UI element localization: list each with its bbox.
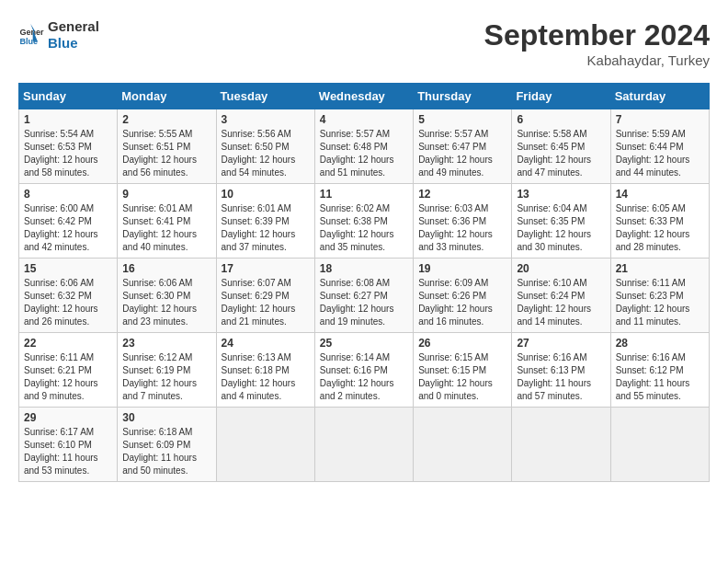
day-number: 4 <box>320 113 408 126</box>
day-info: Sunrise: 6:16 AM Sunset: 6:12 PM Dayligh… <box>616 351 704 403</box>
day-number: 14 <box>616 188 704 201</box>
calendar-cell: 5Sunrise: 5:57 AM Sunset: 6:47 PM Daylig… <box>414 109 512 184</box>
day-number: 21 <box>616 262 704 275</box>
logo: General Blue General Blue <box>18 18 99 52</box>
day-number: 8 <box>24 188 112 201</box>
day-number: 17 <box>222 262 310 275</box>
weekday-header: Tuesday <box>216 84 314 109</box>
calendar-cell: 12Sunrise: 6:03 AM Sunset: 6:36 PM Dayli… <box>414 184 512 259</box>
calendar-cell <box>512 408 610 482</box>
logo-blue: Blue <box>48 35 99 52</box>
day-number: 25 <box>320 337 408 350</box>
title-block: September 2024 Kabahaydar, Turkey <box>484 18 710 68</box>
calendar-cell: 18Sunrise: 6:08 AM Sunset: 6:27 PM Dayli… <box>314 259 413 333</box>
day-number: 23 <box>122 337 210 350</box>
calendar-cell: 28Sunrise: 6:16 AM Sunset: 6:12 PM Dayli… <box>610 333 709 408</box>
day-number: 26 <box>418 337 506 350</box>
day-number: 16 <box>122 262 210 275</box>
day-info: Sunrise: 6:09 AM Sunset: 6:26 PM Dayligh… <box>418 277 506 328</box>
day-info: Sunrise: 5:57 AM Sunset: 6:47 PM Dayligh… <box>418 128 506 179</box>
calendar-cell: 17Sunrise: 6:07 AM Sunset: 6:29 PM Dayli… <box>216 259 314 333</box>
calendar-cell: 8Sunrise: 6:00 AM Sunset: 6:42 PM Daylig… <box>19 184 118 259</box>
day-number: 19 <box>418 262 506 275</box>
weekday-header: Saturday <box>610 84 709 109</box>
calendar-cell: 24Sunrise: 6:13 AM Sunset: 6:18 PM Dayli… <box>216 333 314 408</box>
day-number: 15 <box>24 262 112 275</box>
calendar-cell: 14Sunrise: 6:05 AM Sunset: 6:33 PM Dayli… <box>610 184 709 259</box>
day-info: Sunrise: 5:59 AM Sunset: 6:44 PM Dayligh… <box>616 128 704 179</box>
calendar-cell: 13Sunrise: 6:04 AM Sunset: 6:35 PM Dayli… <box>512 184 610 259</box>
day-info: Sunrise: 6:03 AM Sunset: 6:36 PM Dayligh… <box>418 202 506 254</box>
day-info: Sunrise: 6:04 AM Sunset: 6:35 PM Dayligh… <box>517 202 605 254</box>
day-number: 3 <box>222 113 310 126</box>
calendar-cell: 26Sunrise: 6:15 AM Sunset: 6:15 PM Dayli… <box>414 333 512 408</box>
day-number: 13 <box>517 188 605 201</box>
day-info: Sunrise: 6:05 AM Sunset: 6:33 PM Dayligh… <box>616 202 704 254</box>
calendar-cell: 30Sunrise: 6:18 AM Sunset: 6:09 PM Dayli… <box>118 408 216 482</box>
day-info: Sunrise: 6:06 AM Sunset: 6:30 PM Dayligh… <box>122 277 210 328</box>
day-info: Sunrise: 6:12 AM Sunset: 6:19 PM Dayligh… <box>122 351 210 403</box>
day-number: 12 <box>418 188 506 201</box>
calendar-cell: 15Sunrise: 6:06 AM Sunset: 6:32 PM Dayli… <box>19 259 118 333</box>
month-title: September 2024 <box>484 18 710 52</box>
calendar-cell: 1Sunrise: 5:54 AM Sunset: 6:53 PM Daylig… <box>19 109 118 184</box>
calendar-cell <box>314 408 413 482</box>
day-info: Sunrise: 6:02 AM Sunset: 6:38 PM Dayligh… <box>320 202 408 254</box>
calendar-cell: 7Sunrise: 5:59 AM Sunset: 6:44 PM Daylig… <box>610 109 709 184</box>
day-info: Sunrise: 6:10 AM Sunset: 6:24 PM Dayligh… <box>517 277 605 328</box>
calendar-cell <box>216 408 314 482</box>
calendar-cell: 16Sunrise: 6:06 AM Sunset: 6:30 PM Dayli… <box>118 259 216 333</box>
weekday-header: Sunday <box>19 84 118 109</box>
day-info: Sunrise: 5:55 AM Sunset: 6:51 PM Dayligh… <box>122 128 210 179</box>
calendar-cell: 21Sunrise: 6:11 AM Sunset: 6:23 PM Dayli… <box>610 259 709 333</box>
day-info: Sunrise: 5:58 AM Sunset: 6:45 PM Dayligh… <box>517 128 605 179</box>
day-info: Sunrise: 5:56 AM Sunset: 6:50 PM Dayligh… <box>222 128 310 179</box>
logo-icon: General Blue <box>18 22 44 48</box>
day-info: Sunrise: 6:11 AM Sunset: 6:23 PM Dayligh… <box>616 277 704 328</box>
day-number: 27 <box>517 337 605 350</box>
day-info: Sunrise: 6:01 AM Sunset: 6:41 PM Dayligh… <box>122 202 210 254</box>
day-info: Sunrise: 6:07 AM Sunset: 6:29 PM Dayligh… <box>222 277 310 328</box>
day-info: Sunrise: 6:14 AM Sunset: 6:16 PM Dayligh… <box>320 351 408 403</box>
day-info: Sunrise: 6:15 AM Sunset: 6:15 PM Dayligh… <box>418 351 506 403</box>
day-number: 11 <box>320 188 408 201</box>
calendar-cell: 11Sunrise: 6:02 AM Sunset: 6:38 PM Dayli… <box>314 184 413 259</box>
day-info: Sunrise: 6:18 AM Sunset: 6:09 PM Dayligh… <box>122 426 210 477</box>
weekday-header: Monday <box>118 84 216 109</box>
day-number: 18 <box>320 262 408 275</box>
calendar-table: SundayMondayTuesdayWednesdayThursdayFrid… <box>18 83 710 482</box>
day-number: 7 <box>616 113 704 126</box>
day-info: Sunrise: 6:01 AM Sunset: 6:39 PM Dayligh… <box>222 202 310 254</box>
calendar-cell: 9Sunrise: 6:01 AM Sunset: 6:41 PM Daylig… <box>118 184 216 259</box>
calendar-cell <box>610 408 709 482</box>
day-info: Sunrise: 5:57 AM Sunset: 6:48 PM Dayligh… <box>320 128 408 179</box>
day-number: 5 <box>418 113 506 126</box>
day-number: 9 <box>122 188 210 201</box>
calendar-cell: 27Sunrise: 6:16 AM Sunset: 6:13 PM Dayli… <box>512 333 610 408</box>
calendar-cell: 6Sunrise: 5:58 AM Sunset: 6:45 PM Daylig… <box>512 109 610 184</box>
calendar-cell <box>414 408 512 482</box>
calendar-cell: 20Sunrise: 6:10 AM Sunset: 6:24 PM Dayli… <box>512 259 610 333</box>
calendar-cell: 23Sunrise: 6:12 AM Sunset: 6:19 PM Dayli… <box>118 333 216 408</box>
day-info: Sunrise: 6:00 AM Sunset: 6:42 PM Dayligh… <box>24 202 112 254</box>
day-info: Sunrise: 6:08 AM Sunset: 6:27 PM Dayligh… <box>320 277 408 328</box>
day-number: 24 <box>222 337 310 350</box>
location: Kabahaydar, Turkey <box>484 52 710 68</box>
calendar-cell: 29Sunrise: 6:17 AM Sunset: 6:10 PM Dayli… <box>19 408 118 482</box>
day-number: 30 <box>122 411 210 424</box>
day-number: 22 <box>24 337 112 350</box>
day-info: Sunrise: 5:54 AM Sunset: 6:53 PM Dayligh… <box>24 128 112 179</box>
day-number: 10 <box>222 188 310 201</box>
day-number: 20 <box>517 262 605 275</box>
calendar-cell: 22Sunrise: 6:11 AM Sunset: 6:21 PM Dayli… <box>19 333 118 408</box>
day-number: 2 <box>122 113 210 126</box>
logo-general: General <box>48 18 99 35</box>
day-number: 1 <box>24 113 112 126</box>
weekday-header: Wednesday <box>314 84 413 109</box>
day-info: Sunrise: 6:13 AM Sunset: 6:18 PM Dayligh… <box>222 351 310 403</box>
svg-text:General: General <box>19 28 44 37</box>
calendar-cell: 3Sunrise: 5:56 AM Sunset: 6:50 PM Daylig… <box>216 109 314 184</box>
day-number: 28 <box>616 337 704 350</box>
day-info: Sunrise: 6:17 AM Sunset: 6:10 PM Dayligh… <box>24 426 112 477</box>
day-number: 6 <box>517 113 605 126</box>
